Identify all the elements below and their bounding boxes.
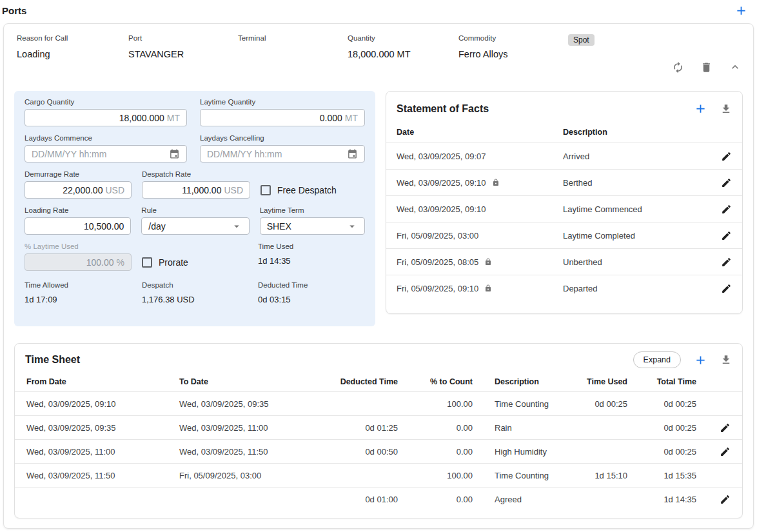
- lock-icon: [484, 284, 492, 292]
- quantity-value: 18,000.000 MT: [348, 49, 458, 59]
- despatch-value: 1,176.38 USD: [142, 295, 258, 304]
- edit-icon: [721, 230, 732, 241]
- pct-laytime-used-label: % Laytime Used: [25, 242, 132, 250]
- ports-header: Ports: [0, 0, 757, 17]
- commodity-value: Ferro Alloys: [458, 49, 568, 59]
- plus-icon: [734, 4, 748, 17]
- free-despatch-checkbox[interactable]: [261, 185, 271, 195]
- laytime-quantity-input[interactable]: 0.000 MT: [200, 109, 365, 126]
- timesheet-row: Wed, 03/09/2025, 11:50 Fri, 05/09/2025, …: [15, 463, 742, 487]
- loading-rate-input[interactable]: 10,500.00: [25, 217, 131, 235]
- timesheet-row: Wed, 03/09/2025, 09:10 Wed, 03/09/2025, …: [15, 391, 742, 415]
- rule-select[interactable]: /day: [141, 217, 249, 235]
- edit-timesheet-row-button[interactable]: [720, 494, 731, 505]
- laydays-commence-input[interactable]: DD/MM/YY hh:mm: [25, 145, 187, 163]
- laydays-cancelling-label: Laydays Cancelling: [200, 134, 365, 142]
- download-icon: [720, 103, 732, 115]
- timesheet-row: Wed, 03/09/2025, 09:35 Wed, 03/09/2025, …: [15, 415, 742, 439]
- expand-button[interactable]: Expand: [633, 351, 681, 368]
- edit-icon: [721, 257, 732, 268]
- delete-port-button[interactable]: [700, 61, 713, 74]
- sof-row: Wed, 03/09/2025, 09:10 Berthed: [386, 169, 742, 195]
- time-allowed-value: 1d 17:09: [25, 295, 142, 304]
- laytime-term-select[interactable]: SHEX: [260, 217, 365, 235]
- edit-fact-button[interactable]: [721, 177, 732, 188]
- laydays-commence-label: Laydays Commence: [25, 134, 187, 142]
- calendar-icon[interactable]: [169, 148, 180, 159]
- loading-rate-label: Loading Rate: [25, 206, 131, 214]
- sof-row: Fri, 05/09/2025, 08:05 Unberthed: [386, 248, 742, 275]
- sof-col-date: Date: [397, 128, 563, 137]
- port-label: Port: [128, 34, 238, 42]
- edit-fact-button[interactable]: [721, 230, 732, 241]
- collapse-port-button[interactable]: [729, 61, 742, 74]
- download-icon: [720, 354, 732, 366]
- add-timesheet-row-button[interactable]: [694, 353, 707, 367]
- free-despatch-label: Free Despatch: [277, 185, 337, 195]
- laytime-calculation-panel: Cargo Quantity 18,000.000 MT Laytime Qua…: [14, 91, 375, 326]
- despatch-rate-label: Despatch Rate: [142, 170, 250, 178]
- time-sheet-title: Time Sheet: [25, 354, 80, 366]
- rule-label: Rule: [141, 206, 249, 214]
- despatch-rate-input[interactable]: 11,000.00 USD: [142, 181, 250, 199]
- lock-icon: [492, 179, 500, 186]
- timesheet-row: 0d 01:00 0.00 Agreed 1d 14:35: [15, 487, 742, 511]
- recalculate-button[interactable]: [672, 61, 684, 74]
- edit-icon: [721, 204, 732, 215]
- deducted-time-label: Deducted Time: [258, 281, 364, 289]
- sof-title: Statement of Facts: [397, 103, 489, 115]
- sof-row: Fri, 05/09/2025, 09:10 Departed: [386, 275, 742, 301]
- despatch-label: Despatch: [142, 281, 258, 289]
- port-summary-row: Reason for Call Loading Port STAVANGER T…: [4, 24, 753, 91]
- add-port-button[interactable]: [734, 4, 748, 17]
- chevron-up-icon: [729, 61, 742, 74]
- edit-icon: [720, 494, 731, 505]
- plus-icon: [694, 102, 707, 115]
- timesheet-row: Wed, 03/09/2025, 11:00 Wed, 03/09/2025, …: [15, 439, 742, 463]
- demurrage-rate-label: Demurrage Rate: [25, 170, 132, 178]
- sof-col-description: Description: [563, 128, 709, 137]
- commodity-label: Commodity: [458, 34, 568, 42]
- pct-laytime-used-input: 100.00 %: [25, 253, 132, 271]
- timesheet-header-row: From Date To Date Deducted Time % to Cou…: [15, 372, 742, 391]
- time-allowed-label: Time Allowed: [25, 281, 142, 289]
- cargo-quantity-label: Cargo Quantity: [25, 98, 187, 106]
- prorate-checkbox[interactable]: [142, 257, 152, 268]
- dropdown-caret-icon: [346, 221, 358, 232]
- port-value: STAVANGER: [128, 49, 238, 59]
- edit-timesheet-row-button[interactable]: [720, 446, 731, 457]
- add-fact-button[interactable]: [694, 102, 707, 115]
- calendar-icon[interactable]: [347, 148, 358, 159]
- edit-fact-button[interactable]: [721, 283, 732, 294]
- download-timesheet-button[interactable]: [720, 354, 732, 366]
- port-call-card: Reason for Call Loading Port STAVANGER T…: [3, 23, 754, 529]
- sync-icon: [672, 61, 684, 74]
- sof-row: Wed, 03/09/2025, 09:10 Laytime Commenced: [386, 195, 742, 222]
- lock-icon: [484, 258, 492, 266]
- sof-row: Wed, 03/09/2025, 09:07 Arrived: [386, 143, 742, 169]
- laytime-quantity-label: Laytime Quantity: [200, 98, 365, 106]
- sof-row: Fri, 05/09/2025, 03:00 Laytime Completed: [386, 222, 742, 248]
- sof-header-row: Date Description: [386, 122, 742, 143]
- edit-fact-button[interactable]: [721, 257, 732, 268]
- edit-timesheet-row-button[interactable]: [720, 422, 731, 433]
- reason-for-call-label: Reason for Call: [17, 34, 128, 42]
- edit-icon: [720, 446, 731, 457]
- page-title: Ports: [2, 5, 26, 16]
- quantity-label: Quantity: [348, 34, 458, 42]
- edit-fact-button[interactable]: [721, 151, 732, 162]
- demurrage-rate-input[interactable]: 22,000.00 USD: [25, 181, 132, 199]
- dropdown-caret-icon: [231, 221, 242, 232]
- cargo-quantity-input[interactable]: 18,000.000 MT: [25, 109, 187, 126]
- time-used-value: 1d 14:35: [258, 256, 293, 266]
- edit-icon: [721, 177, 732, 188]
- download-sof-button[interactable]: [720, 103, 732, 115]
- laydays-cancelling-input[interactable]: DD/MM/YY hh:mm: [200, 145, 365, 163]
- time-used-label: Time Used: [258, 242, 293, 250]
- edit-fact-button[interactable]: [721, 204, 732, 215]
- prorate-label: Prorate: [159, 257, 188, 268]
- terminal-label: Terminal: [238, 34, 348, 42]
- trash-icon: [700, 61, 713, 74]
- edit-icon: [721, 151, 732, 162]
- time-sheet-card: Time Sheet Expand From Date To Date Dedu…: [14, 343, 743, 518]
